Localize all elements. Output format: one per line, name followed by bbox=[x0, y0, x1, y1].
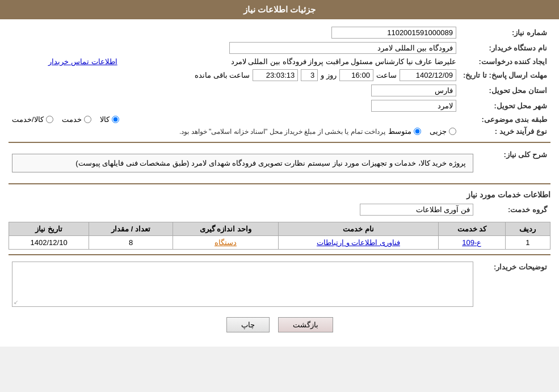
radio-jazee[interactable]: جزیی bbox=[430, 127, 456, 136]
nam-dastgah-label: نام دستگاه خریدار: bbox=[460, 40, 550, 56]
farayand-notice: پرداخت تمام یا بخشی از مبلغ خریداز محل "… bbox=[179, 128, 385, 136]
mohlat-saat: 16:00 bbox=[339, 69, 373, 81]
rooz-label: روز و bbox=[321, 71, 337, 79]
button-row: بازگشت چاپ bbox=[9, 317, 550, 332]
sharh-text: پروژه خرید کالا، خدمات و تجهیزات مورد نی… bbox=[75, 159, 466, 167]
ostan-label: استان محل تحویل: bbox=[460, 83, 550, 98]
services-table: ردیف کد خدمت نام خدمت واحد اندازه گیری ت… bbox=[9, 222, 550, 250]
back-button[interactable]: بازگشت bbox=[278, 317, 333, 332]
radio-kala[interactable]: کالا bbox=[100, 115, 119, 124]
mohlat-layout: 1402/12/09 ساعت 16:00 روز و 3 23:03:13 س… bbox=[12, 69, 456, 81]
print-button[interactable]: چاپ bbox=[226, 317, 270, 332]
col-kod: کد خدمت bbox=[438, 222, 505, 236]
page-header: جزئیات اطلاعات نیاز bbox=[0, 0, 559, 19]
garoh-value: فن آوری اطلاعات bbox=[360, 204, 473, 216]
radio-khedmat[interactable]: خدمت bbox=[62, 115, 91, 124]
services-table-body: 1 ع-109 فناوری اطلاعات و ارتباطات دستگاه… bbox=[9, 236, 550, 250]
garoh-table: گروه خدمت: فن آوری اطلاعات bbox=[9, 202, 550, 217]
ijad-konande-row: ایجاد کننده درخواست: علیرضا عارف نیا کار… bbox=[9, 56, 550, 68]
tavasihat-label: توضیحات خریدار: bbox=[477, 260, 550, 309]
cell-vahed: دستگاه bbox=[173, 236, 278, 250]
farayand-layout: جزیی متوسط پرداخت تمام یا بخشی از مبلغ خ… bbox=[12, 127, 456, 136]
col-radif: ردیف bbox=[505, 222, 550, 236]
cell-tarikh: 1402/12/10 bbox=[9, 236, 89, 250]
info-table: شماره نیاز: 1102001591000089 نام دستگاه … bbox=[9, 25, 550, 137]
mohlat-remaining: 23:03:13 bbox=[253, 69, 298, 81]
radio-khedmat-input[interactable] bbox=[84, 116, 91, 123]
tavasihat-row: توضیحات خریدار: ↙ bbox=[9, 260, 550, 309]
shomare-niaz-label: شماره نیاز: bbox=[460, 25, 550, 40]
page-title: جزئیات اطلاعات نیاز bbox=[243, 5, 316, 14]
cell-kod: ع-109 bbox=[438, 236, 505, 250]
tabaqe-label: طبقه بندی موضوعی: bbox=[460, 113, 550, 125]
sharh-table: شرح کلی نیاز: پروژه خرید کالا، خدمات و ت… bbox=[9, 147, 550, 179]
radio-kala-input[interactable] bbox=[112, 116, 119, 123]
farayand-radio-group: جزیی متوسط bbox=[388, 127, 456, 136]
shomare-niaz-row: شماره نیاز: 1102001591000089 bbox=[9, 25, 550, 40]
mohlat-row: مهلت ارسال پاسخ: تا تاریخ: 1402/12/09 سا… bbox=[9, 68, 550, 83]
ijad-konande-label: ایجاد کننده درخواست: bbox=[460, 56, 550, 68]
col-vahed: واحد اندازه گیری bbox=[173, 222, 278, 236]
mohlat-date: 1402/12/09 bbox=[400, 69, 456, 81]
services-table-head: ردیف کد خدمت نام خدمت واحد اندازه گیری ت… bbox=[9, 222, 550, 236]
nam-dastgah-value: فرودگاه بین المللی لامرد bbox=[229, 42, 456, 54]
shahr-row: شهر محل تحویل: لامرد bbox=[9, 98, 550, 113]
mohlat-label: مهلت ارسال پاسخ: تا تاریخ: bbox=[460, 68, 550, 83]
radio-kala-khedmat-label: کالا/خدمت bbox=[12, 115, 44, 124]
table-row: 1 ع-109 فناوری اطلاعات و ارتباطات دستگاه… bbox=[9, 236, 550, 250]
col-naam: نام خدمت bbox=[279, 222, 439, 236]
sharh-row: شرح کلی نیاز: پروژه خرید کالا، خدمات و ت… bbox=[9, 147, 550, 179]
radio-kala-label: کالا bbox=[100, 115, 110, 124]
saat-label: ساعت bbox=[376, 71, 397, 79]
radio-khedmat-label: خدمت bbox=[62, 115, 82, 124]
garoh-label: گروه خدمت: bbox=[477, 202, 550, 217]
col-tedad: تعداد / مقدار bbox=[89, 222, 173, 236]
radio-kala-khedmat-input[interactable] bbox=[46, 116, 53, 123]
cell-radif: 1 bbox=[505, 236, 550, 250]
nam-dastgah-row: نام دستگاه خریدار: فرودگاه بین المللی لا… bbox=[9, 40, 550, 56]
ostan-value: فارس bbox=[371, 85, 456, 96]
tavasihat-table: توضیحات خریدار: ↙ bbox=[9, 260, 550, 309]
radio-motavasset-input[interactable] bbox=[414, 128, 421, 135]
separator-3 bbox=[9, 254, 550, 255]
separator-1 bbox=[9, 142, 550, 143]
radio-motavasset[interactable]: متوسط bbox=[388, 127, 421, 136]
mohlat-rooz: 3 bbox=[301, 69, 318, 81]
radio-jazee-input[interactable] bbox=[449, 128, 456, 135]
farayand-label: نوع فرآیند خرید : bbox=[460, 125, 550, 137]
ijad-konande-value: علیرضا عارف نیا کارشناس مسئول مراقبت پرو… bbox=[231, 57, 456, 66]
col-tarikh: تاریخ نیاز bbox=[9, 222, 89, 236]
radio-jazee-label: جزیی bbox=[430, 127, 447, 136]
separator-2 bbox=[9, 183, 550, 184]
tabaqe-radio-group: کالا/خدمت خدمت کالا bbox=[12, 115, 456, 124]
garoh-row: گروه خدمت: فن آوری اطلاعات bbox=[9, 202, 550, 217]
radio-kala-khedmat[interactable]: کالا/خدمت bbox=[12, 115, 53, 124]
resize-icon: ↙ bbox=[14, 299, 18, 305]
shahr-value: لامرد bbox=[371, 100, 456, 112]
sharh-label: شرح کلی نیاز: bbox=[477, 147, 550, 179]
contact-link[interactable]: اطلاعات تماس خریدار bbox=[48, 57, 117, 66]
cell-tedad: 8 bbox=[89, 236, 173, 250]
sharh-value: پروژه خرید کالا، خدمات و تجهیزات مورد نی… bbox=[12, 154, 473, 172]
tavasihat-box: ↙ bbox=[12, 262, 473, 307]
radio-motavasset-label: متوسط bbox=[388, 127, 411, 136]
shomare-niaz-value: 1102001591000089 bbox=[331, 27, 456, 39]
tabaqe-row: طبقه بندی موضوعی: کالا/خدمت خدمت bbox=[9, 113, 550, 125]
remaining-label: ساعت باقی مانده bbox=[195, 71, 250, 79]
khadamat-title: اطلاعات خدمات مورد نیاز bbox=[9, 190, 550, 199]
services-header-row: ردیف کد خدمت نام خدمت واحد اندازه گیری ت… bbox=[9, 222, 550, 236]
ostan-row: استان محل تحویل: فارس bbox=[9, 83, 550, 98]
farayand-row: نوع فرآیند خرید : جزیی متوسط bbox=[9, 125, 550, 137]
shahr-label: شهر محل تحویل: bbox=[460, 98, 550, 113]
cell-naam: فناوری اطلاعات و ارتباطات bbox=[279, 236, 439, 250]
